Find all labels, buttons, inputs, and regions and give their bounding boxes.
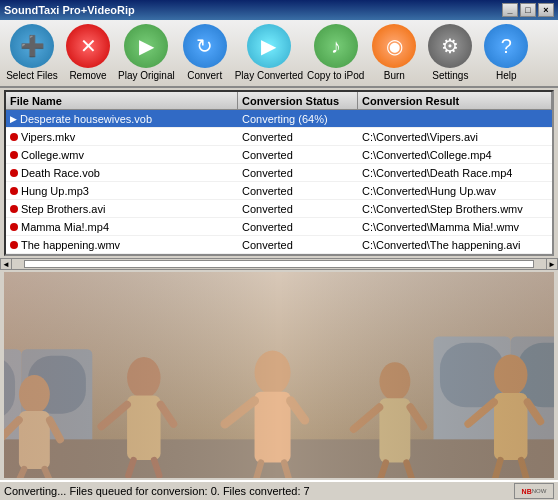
preview-image [4, 272, 554, 478]
toolbar-help-button[interactable]: ?Help [480, 24, 532, 82]
app-title: SoundTaxi Pro+VideoRip [4, 4, 135, 16]
status-dot [10, 169, 18, 177]
status-dot [10, 151, 18, 159]
toolbar-play-converted-button[interactable]: ▶Play Converted [235, 24, 303, 82]
settings-label: Settings [432, 70, 468, 82]
table-row[interactable]: Mamma Mia!.mp4ConvertedC:\Converted\Mamm… [6, 218, 552, 236]
column-header-filename: File Name [6, 92, 238, 109]
status-dot [10, 223, 18, 231]
toolbar: ➕Select Files✕Remove▶Play Original↻Conve… [0, 20, 558, 88]
status-text: Converting... Files queued for conversio… [4, 485, 514, 497]
filename-cell: Step Brothers.avi [6, 201, 238, 217]
toolbar-remove-button[interactable]: ✕Remove [62, 24, 114, 82]
status-dot [10, 133, 18, 141]
status-cell: Converted [238, 183, 358, 199]
select-files-label: Select Files [6, 70, 58, 82]
result-cell: C:\Converted\Death Race.mp4 [358, 165, 552, 181]
convert-label: Convert [187, 70, 222, 82]
result-cell: C:\Converted\Mamma Mia!.wmv [358, 219, 552, 235]
status-cell: Converted [238, 147, 358, 163]
burn-label: Burn [384, 70, 405, 82]
horizontal-scrollbar[interactable]: ◄ ► [0, 258, 558, 270]
file-list-section: File Name Conversion Status Conversion R… [4, 90, 554, 256]
status-dot [10, 205, 18, 213]
table-row[interactable]: Death Race.vobConvertedC:\Converted\Deat… [6, 164, 552, 182]
convert-icon: ↻ [183, 24, 227, 68]
status-cell: Converted [238, 237, 358, 253]
filename-cell: The happening.wmv [6, 237, 238, 253]
svg-rect-42 [4, 272, 554, 478]
filename-cell: Hung Up.mp3 [6, 183, 238, 199]
result-cell [358, 117, 552, 121]
table-row[interactable]: Step Brothers.aviConvertedC:\Converted\S… [6, 200, 552, 218]
column-header-result: Conversion Result [358, 92, 552, 109]
title-bar: SoundTaxi Pro+VideoRip _ □ × [0, 0, 558, 20]
filename-cell: College.wmv [6, 147, 238, 163]
play-original-label: Play Original [118, 70, 175, 82]
play-original-icon: ▶ [124, 24, 168, 68]
status-cell: Converted [238, 129, 358, 145]
result-cell: C:\Converted\The happening.avi [358, 237, 552, 253]
toolbar-play-original-button[interactable]: ▶Play Original [118, 24, 175, 82]
toolbar-copy-to-ipod-button[interactable]: ♪Copy to iPod [307, 24, 364, 82]
filename-cell: Death Race.vob [6, 165, 238, 181]
toolbar-select-files-button[interactable]: ➕Select Files [6, 24, 58, 82]
burn-icon: ◉ [372, 24, 416, 68]
table-row[interactable]: The happening.wmvConvertedC:\Converted\T… [6, 236, 552, 254]
result-cell: C:\Converted\Vipers.avi [358, 129, 552, 145]
preview-area [4, 272, 554, 478]
watermark: NB NOW [514, 483, 554, 499]
scroll-track[interactable] [24, 260, 534, 268]
filename-cell: Mamma Mia!.mp4 [6, 219, 238, 235]
status-bar: Converting... Files queued for conversio… [0, 480, 558, 500]
status-cell: Converted [238, 219, 358, 235]
toolbar-settings-button[interactable]: ⚙Settings [424, 24, 476, 82]
table-row[interactable]: Vipers.mkvConvertedC:\Converted\Vipers.a… [6, 128, 552, 146]
copy-to-ipod-icon: ♪ [314, 24, 358, 68]
table-row[interactable]: College.wmvConvertedC:\Converted\College… [6, 146, 552, 164]
remove-icon: ✕ [66, 24, 110, 68]
column-header-status: Conversion Status [238, 92, 358, 109]
toolbar-convert-button[interactable]: ↻Convert [179, 24, 231, 82]
result-cell: C:\Converted\College.mp4 [358, 147, 552, 163]
table-header: File Name Conversion Status Conversion R… [6, 92, 552, 110]
table-row[interactable]: ▶Desperate housewives.vobConverting (64%… [6, 110, 552, 128]
settings-icon: ⚙ [428, 24, 472, 68]
help-icon: ? [484, 24, 528, 68]
remove-label: Remove [69, 70, 106, 82]
title-bar-buttons[interactable]: _ □ × [502, 3, 554, 17]
status-cell: Converted [238, 165, 358, 181]
status-cell: Converting (64%) [238, 111, 358, 127]
scroll-left-button[interactable]: ◄ [0, 258, 12, 270]
toolbar-burn-button[interactable]: ◉Burn [368, 24, 420, 82]
result-cell: C:\Converted\Step Brothers.wmv [358, 201, 552, 217]
status-dot [10, 187, 18, 195]
play-converted-icon: ▶ [247, 24, 291, 68]
table-body: ▶Desperate housewives.vobConverting (64%… [6, 110, 552, 254]
close-button[interactable]: × [538, 3, 554, 17]
scroll-right-button[interactable]: ► [546, 258, 558, 270]
filename-cell: Vipers.mkv [6, 129, 238, 145]
minimize-button[interactable]: _ [502, 3, 518, 17]
play-converted-label: Play Converted [235, 70, 303, 82]
table-row[interactable]: Hung Up.mp3ConvertedC:\Converted\Hung Up… [6, 182, 552, 200]
maximize-button[interactable]: □ [520, 3, 536, 17]
help-label: Help [496, 70, 517, 82]
status-dot [10, 241, 18, 249]
select-files-icon: ➕ [10, 24, 54, 68]
copy-to-ipod-label: Copy to iPod [307, 70, 364, 82]
result-cell: C:\Converted\Hung Up.wav [358, 183, 552, 199]
filename-cell: ▶Desperate housewives.vob [6, 111, 238, 127]
status-cell: Converted [238, 201, 358, 217]
